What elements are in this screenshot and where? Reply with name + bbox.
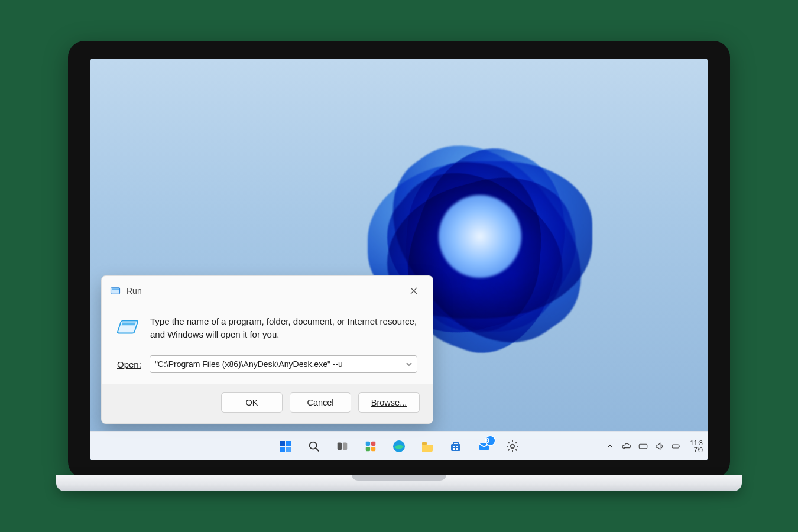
cloud-icon — [621, 441, 632, 452]
volume-tray[interactable] — [654, 440, 666, 452]
search-icon — [307, 440, 320, 453]
start-button[interactable] — [273, 434, 298, 459]
system-tray[interactable]: 11:3 7/9 — [604, 432, 704, 460]
svg-rect-16 — [422, 442, 427, 445]
svg-rect-12 — [371, 441, 375, 445]
input-indicator[interactable] — [637, 440, 649, 452]
search-button[interactable] — [301, 434, 326, 459]
volume-icon — [654, 441, 665, 452]
svg-rect-27 — [679, 445, 680, 447]
task-view-button[interactable] — [330, 434, 355, 459]
folder-icon — [420, 439, 434, 453]
clock-time: 11:3 — [690, 439, 703, 446]
svg-rect-14 — [371, 446, 375, 450]
svg-rect-20 — [456, 446, 458, 447]
task-view-icon — [336, 440, 349, 453]
desktop[interactable]: Run — [90, 59, 708, 460]
cancel-button[interactable]: Cancel — [290, 392, 351, 413]
onedrive-tray[interactable] — [621, 440, 632, 452]
close-button[interactable] — [401, 282, 427, 300]
battery-tray[interactable] — [670, 440, 682, 452]
run-prompt-icon — [117, 316, 140, 339]
svg-rect-18 — [453, 442, 458, 445]
laptop-screen: Run — [68, 41, 730, 478]
file-explorer-button[interactable] — [415, 434, 440, 459]
svg-rect-6 — [280, 447, 285, 452]
run-title-icon — [110, 286, 121, 296]
svg-rect-22 — [456, 448, 458, 450]
open-combobox[interactable] — [150, 355, 417, 373]
chevron-down-icon — [406, 361, 413, 368]
run-dialog: Run — [101, 275, 433, 424]
laptop-base — [56, 475, 742, 491]
laptop-frame: Run — [56, 41, 742, 491]
svg-point-8 — [310, 442, 317, 449]
svg-rect-21 — [453, 448, 455, 450]
battery-icon — [670, 441, 682, 452]
store-icon — [449, 439, 463, 453]
mail-button[interactable]: 8 — [472, 434, 497, 459]
svg-rect-19 — [453, 446, 455, 447]
browse-button[interactable]: Browse... — [358, 392, 420, 413]
microsoft-store-button[interactable] — [443, 434, 468, 459]
svg-rect-9 — [338, 442, 342, 450]
open-label: Open: — [117, 359, 141, 369]
close-icon — [410, 287, 417, 294]
mail-badge: 8 — [486, 436, 495, 445]
widgets-icon — [364, 440, 377, 453]
svg-rect-10 — [343, 442, 347, 450]
tray-overflow-button[interactable] — [604, 440, 616, 452]
edge-button[interactable] — [387, 434, 411, 459]
svg-rect-13 — [366, 446, 370, 450]
svg-point-24 — [511, 444, 514, 447]
run-dialog-description: Type the name of a program, folder, docu… — [150, 315, 417, 341]
gear-icon — [505, 439, 520, 453]
run-dialog-titlebar[interactable]: Run — [102, 276, 433, 306]
svg-rect-7 — [286, 447, 291, 452]
taskbar: 8 — [90, 431, 708, 460]
laptop-notch — [352, 475, 446, 481]
open-input[interactable] — [150, 359, 401, 369]
edge-icon — [392, 439, 406, 453]
keyboard-icon — [638, 441, 648, 452]
svg-rect-5 — [286, 441, 291, 446]
svg-rect-4 — [280, 441, 285, 446]
svg-rect-25 — [639, 444, 647, 449]
run-dialog-title: Run — [126, 286, 395, 296]
chevron-up-icon — [606, 443, 614, 450]
settings-button[interactable] — [500, 434, 525, 459]
dropdown-button[interactable] — [401, 361, 417, 368]
windows-start-icon — [278, 439, 293, 453]
svg-rect-26 — [672, 445, 679, 448]
widgets-button[interactable] — [358, 434, 383, 459]
svg-rect-11 — [366, 441, 370, 445]
run-dialog-footer: OK Cancel Browse... — [102, 384, 433, 423]
taskbar-clock[interactable]: 11:3 7/9 — [690, 439, 703, 453]
ok-button[interactable]: OK — [221, 392, 283, 413]
clock-date: 7/9 — [690, 446, 703, 453]
svg-rect-1 — [112, 288, 119, 290]
svg-rect-3 — [121, 322, 135, 325]
